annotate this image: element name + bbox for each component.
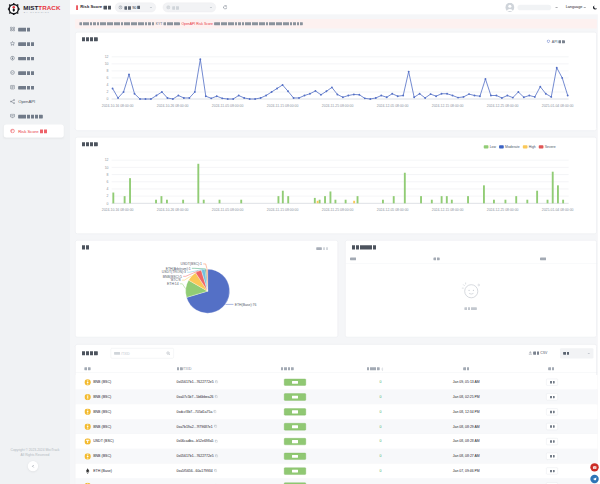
svg-text:ETH:14: ETH:14: [167, 282, 179, 286]
svg-text:4: 4: [107, 83, 109, 87]
svg-text:12: 12: [105, 55, 109, 59]
svg-text:2024-11-25 08:00:00: 2024-11-25 08:00:00: [322, 209, 354, 213]
svg-text:6: 6: [107, 180, 109, 184]
svg-text:12: 12: [105, 159, 109, 163]
svg-text:2: 2: [107, 194, 109, 198]
svg-text:2: 2: [107, 90, 109, 94]
svg-text:2024-12-05 08:00:00: 2024-12-05 08:00:00: [377, 104, 409, 108]
svg-text:0: 0: [107, 97, 109, 101]
svg-text:4: 4: [107, 187, 109, 191]
svg-text:0: 0: [107, 202, 109, 206]
svg-text:2024-11-05 08:00:00: 2024-11-05 08:00:00: [212, 104, 244, 108]
svg-text:2024-10-26 08:00:00: 2024-10-26 08:00:00: [157, 104, 189, 108]
svg-text:10: 10: [105, 166, 109, 170]
svg-text:6: 6: [107, 76, 109, 80]
svg-text:2024-11-25 08:00:00: 2024-11-25 08:00:00: [322, 104, 354, 108]
svg-text:2024-12-15 08:00:00: 2024-12-15 08:00:00: [432, 104, 464, 108]
svg-text:2025-01-04 08:00:00: 2025-01-04 08:00:00: [542, 209, 574, 213]
svg-text:2024-11-05 08:00:00: 2024-11-05 08:00:00: [212, 209, 244, 213]
svg-text:10: 10: [105, 62, 109, 66]
svg-text:2024-12-25 08:00:00: 2024-12-25 08:00:00: [487, 209, 519, 213]
svg-text:2024-12-05 08:00:00: 2024-12-05 08:00:00: [377, 209, 409, 213]
svg-text:2024-10-26 08:00:00: 2024-10-26 08:00:00: [157, 209, 189, 213]
svg-text:2024-12-15 08:00:00: 2024-12-15 08:00:00: [432, 209, 464, 213]
svg-text:ETH(Base):76: ETH(Base):76: [235, 303, 257, 307]
svg-text:2024-10-16 08:00:00: 2024-10-16 08:00:00: [102, 209, 134, 213]
svg-text:2024-12-25 08:00:00: 2024-12-25 08:00:00: [487, 104, 519, 108]
svg-text:2025-01-04 08:00:00: 2025-01-04 08:00:00: [542, 104, 574, 108]
svg-text:8: 8: [107, 173, 109, 177]
svg-text:2024-11-15 08:00:00: 2024-11-15 08:00:00: [267, 104, 299, 108]
svg-text:2024-11-15 08:00:00: 2024-11-15 08:00:00: [267, 209, 299, 213]
svg-text:2024-10-16 08:00:00: 2024-10-16 08:00:00: [102, 104, 134, 108]
svg-text:8: 8: [107, 69, 109, 73]
